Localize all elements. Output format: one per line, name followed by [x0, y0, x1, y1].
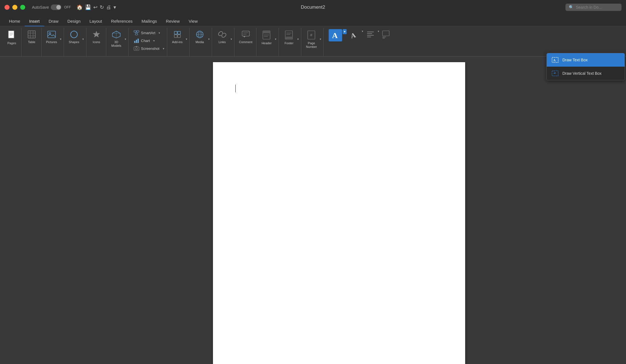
addins-button[interactable]: Add-ins — [170, 29, 185, 45]
3d-models-button[interactable]: 3DModels — [109, 29, 124, 49]
chart-row: Chart ▾ — [131, 37, 155, 44]
pictures-label: Pictures — [46, 40, 57, 44]
autosave-toggle[interactable] — [51, 4, 61, 10]
footer-label: Footer — [285, 41, 294, 45]
close-button[interactable] — [4, 5, 10, 10]
tab-view[interactable]: View — [184, 17, 202, 26]
comment-label: Comment — [239, 40, 252, 44]
window-controls — [4, 5, 25, 10]
diagonal-text-button[interactable]: A — [347, 29, 361, 41]
print-button[interactable]: 🖨 — [105, 3, 112, 11]
svg-text:A: A — [350, 31, 357, 39]
align-chevron[interactable]: ▾ — [377, 29, 380, 33]
ribbon-group-footer: Footer ▾ — [279, 28, 301, 56]
more-tools-button[interactable]: ▾ — [112, 3, 117, 11]
redo-button[interactable]: ↻ — [99, 3, 105, 11]
maximize-button[interactable] — [20, 5, 25, 10]
minimize-button[interactable] — [12, 5, 17, 10]
ribbon-group-icons: Icons — [87, 28, 106, 56]
svg-rect-29 — [178, 31, 180, 34]
save-button[interactable]: 💾 — [84, 3, 92, 11]
search-bar[interactable]: 🔍 Search in Do... — [565, 4, 622, 11]
addins-label: Add-ins — [172, 40, 182, 44]
svg-point-11 — [71, 31, 77, 38]
ribbon-group-addins: Add-ins ▾ — [168, 28, 190, 56]
ribbon-group-textbox: A ▾ A ▾ — [326, 28, 394, 56]
svg-rect-30 — [174, 35, 177, 38]
links-icon — [218, 30, 227, 40]
svg-rect-4 — [28, 31, 35, 38]
svg-rect-18 — [135, 33, 138, 35]
pictures-button[interactable]: Pictures — [44, 29, 59, 45]
draw-vertical-text-box-icon: A — [551, 70, 559, 77]
3d-models-label: 3DModels — [111, 40, 121, 48]
shapes-icon — [70, 30, 78, 40]
document-area[interactable] — [52, 57, 626, 364]
home-icon-btn[interactable]: 🏠 — [75, 3, 84, 11]
tab-draw[interactable]: Draw — [44, 17, 63, 26]
media-button[interactable]: Media — [193, 29, 207, 45]
pictures-icon — [47, 30, 56, 40]
page-number-label: PageNumber — [306, 41, 317, 49]
header-icon — [262, 30, 271, 41]
ribbon-group-pictures: Pictures ▾ — [42, 28, 64, 56]
header-button[interactable]: Header — [259, 29, 274, 46]
page-number-icon: # — [307, 30, 316, 41]
icons-icon — [92, 30, 101, 40]
svg-rect-21 — [134, 41, 135, 43]
diagonal-text-chevron[interactable]: ▾ — [361, 29, 364, 33]
ribbon-group-header: Header ▾ — [257, 28, 279, 56]
text-box-button[interactable]: A — [329, 29, 342, 41]
ribbon-group-links: Links ▾ — [213, 28, 235, 56]
chart-label: Chart — [141, 39, 150, 43]
screenshot-button[interactable]: Screenshot — [131, 45, 162, 52]
document-page[interactable] — [213, 62, 465, 364]
shapes-button[interactable]: Shapes — [67, 29, 81, 45]
svg-rect-9 — [48, 31, 55, 38]
draw-text-box-item[interactable]: A Draw Text Box — [547, 53, 625, 67]
screenshot-chevron[interactable]: ▾ — [162, 46, 165, 51]
tab-references[interactable]: References — [106, 17, 137, 26]
shapes-label: Shapes — [69, 40, 79, 44]
svg-marker-12 — [93, 31, 100, 37]
text-box-dropdown: A Draw Text Box A Draw Vertical Text Box — [546, 53, 625, 80]
ribbon-group-media: Media ▾ — [190, 28, 212, 56]
smartart-chevron[interactable]: ▾ — [158, 31, 161, 35]
search-icon: 🔍 — [569, 5, 574, 10]
tab-review[interactable]: Review — [161, 17, 184, 26]
table-button[interactable]: Table — [24, 29, 39, 45]
svg-text:A: A — [332, 31, 338, 39]
text-cursor — [235, 85, 236, 92]
footer-button[interactable]: Footer — [282, 29, 296, 46]
undo-button[interactable]: ↩ — [92, 3, 99, 11]
ribbon-group-comment: Comment — [235, 28, 257, 56]
3d-models-icon — [112, 30, 121, 40]
draw-vertical-text-box-label: Draw Vertical Text Box — [562, 71, 602, 76]
text-align-button[interactable] — [364, 29, 377, 41]
comment-button[interactable]: Comment — [237, 29, 254, 45]
chart-button[interactable]: Chart — [131, 37, 152, 44]
tab-mailings[interactable]: Mailings — [137, 17, 161, 26]
tab-layout[interactable]: Layout — [85, 17, 106, 26]
extra-insert-button[interactable] — [380, 29, 391, 40]
tab-design[interactable]: Design — [63, 17, 85, 26]
page-number-button[interactable]: # PageNumber — [304, 29, 319, 50]
links-button[interactable]: Links — [215, 29, 229, 45]
addins-icon — [173, 30, 182, 40]
draw-vertical-text-box-item[interactable]: A Draw Vertical Text Box — [547, 67, 625, 80]
diagonal-text-icon: A — [349, 30, 358, 40]
chart-chevron[interactable]: ▾ — [153, 39, 155, 43]
autosave-state: OFF — [64, 5, 71, 9]
tab-insert[interactable]: Insert — [25, 17, 44, 26]
svg-point-26 — [136, 48, 138, 50]
svg-text:A: A — [553, 58, 556, 62]
svg-rect-17 — [137, 31, 139, 32]
tab-home[interactable]: Home — [4, 17, 25, 26]
smartart-button[interactable]: SmartArt — [131, 29, 157, 36]
text-box-chevron[interactable]: ▾ — [343, 29, 347, 34]
ribbon-group-3dmodels: 3DModels ▾ — [107, 28, 129, 56]
icons-button[interactable]: Icons — [89, 29, 104, 45]
ribbon-group-table: Table — [22, 28, 41, 56]
pages-button[interactable]: Pages — [4, 29, 19, 46]
title-bar: AutoSave OFF 🏠 💾 ↩ ↻ 🖨 ▾ Document2 🔍 Sea… — [0, 0, 626, 15]
